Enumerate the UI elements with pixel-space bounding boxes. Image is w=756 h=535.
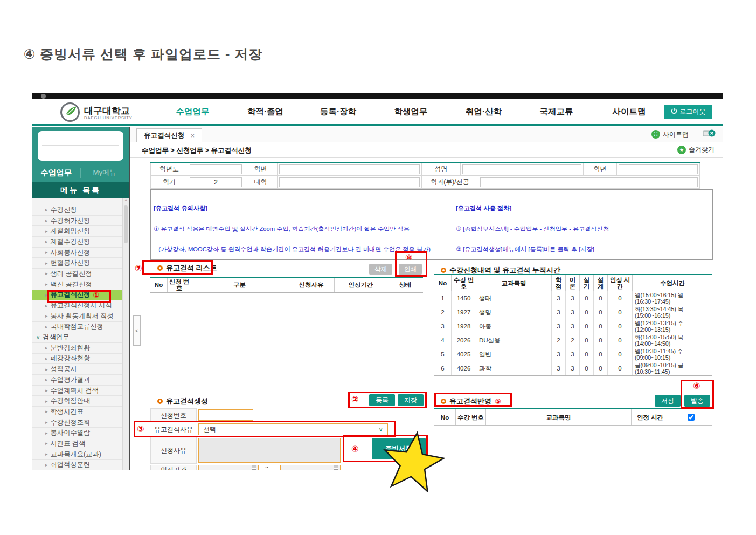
- scroll-up-icon[interactable]: ^: [123, 198, 129, 204]
- menu-list: ▸수강신청 ▸수강허가신청 ▸계절희망신청 ▸계절수강신청 ▸사회봉사신청 ▸헌…: [32, 205, 122, 470]
- favorite-link[interactable]: ★ 즐겨찾기: [677, 145, 715, 154]
- period-label: 인정기간: [150, 465, 197, 470]
- chevron-down-icon: ∨: [36, 334, 40, 340]
- sidebar-scrollbar[interactable]: ^: [122, 198, 129, 470]
- tab-yugo-absence[interactable]: 유고결석신청 ×: [136, 128, 202, 142]
- arrow-right-icon: ▸: [45, 313, 48, 319]
- grade-label: 학년: [584, 163, 617, 175]
- sidebar: 수업업무 My메뉴 메뉴 목록 ▸수강신청 ▸수강허가신청 ▸계절희망신청 ▸계…: [32, 127, 130, 470]
- arrow-right-icon: ▸: [45, 282, 48, 287]
- sidebar-item[interactable]: ▸학생시간표: [32, 407, 122, 417]
- arrow-right-icon: ▸: [45, 250, 48, 255]
- sidebar-item[interactable]: ▸수강신청조회: [32, 417, 122, 428]
- sidebar-item[interactable]: ▸취업적성훈련: [32, 460, 122, 471]
- reason-textarea[interactable]: [198, 438, 341, 463]
- name-input[interactable]: [462, 164, 581, 174]
- collapse-panel-handle[interactable]: <: [133, 315, 141, 346]
- sidebar-item[interactable]: ▸수업계획서 검색: [32, 386, 122, 396]
- nav-records-graduation[interactable]: 학적·졸업: [229, 99, 302, 124]
- arrow-right-icon: ▸: [45, 462, 48, 468]
- dept-input[interactable]: [480, 177, 698, 187]
- arrow-right-icon: ▸: [45, 218, 48, 223]
- logout-button[interactable]: 로그아웃: [664, 105, 712, 119]
- delete-button[interactable]: 삭제: [369, 264, 392, 275]
- sidebar-item[interactable]: ▸폐강강좌현황: [32, 354, 122, 365]
- sidebar-tab-mymenu[interactable]: My메뉴: [81, 168, 129, 177]
- sidebar-item[interactable]: ▸수강허가신청: [32, 216, 122, 227]
- sidebar-item-sugang[interactable]: ▸수강신청: [32, 205, 122, 216]
- college-label: 대학: [244, 176, 278, 188]
- courses-table: No 수강 번호 교과목명 학 점 이 론 실 기 설 계 인정 시간 수업시간…: [434, 274, 712, 376]
- sidebar-item[interactable]: ▸백신 공결신청: [32, 279, 122, 290]
- sidebar-login-box: [38, 131, 123, 161]
- window-panels-icon[interactable]: [703, 129, 716, 140]
- notice-box: [유고결석 유의사항] ① 유고결석 적용은 대면수업 및 실시간 Zoom 수…: [150, 189, 713, 260]
- nav-international[interactable]: 국제교류: [520, 99, 593, 124]
- nav-student-affairs[interactable]: 학생업무: [374, 99, 447, 124]
- nav-registration-scholarship[interactable]: 등록·장학: [302, 99, 374, 124]
- bullet-icon: [157, 265, 163, 271]
- absence-list-table: No 신청 번호 구분 신청사유 인정기간 상태: [150, 277, 423, 293]
- university-logo-icon: [60, 102, 80, 124]
- sidebar-group-search[interactable]: ∨검색업무: [32, 332, 122, 343]
- sidebar-tab-class-affairs[interactable]: 수업업무: [32, 168, 81, 178]
- sidebar-item[interactable]: ▸생리 공결신청: [32, 269, 122, 279]
- reason-type-select[interactable]: 선택 ∨: [198, 423, 388, 435]
- sidebar-item[interactable]: ▸교과목개요(교과): [32, 449, 122, 460]
- apply-no-input[interactable]: [198, 409, 253, 421]
- sidebar-item[interactable]: ▸헌혈봉사신청: [32, 258, 122, 269]
- tilde-separator: ~: [265, 464, 268, 470]
- sidebar-item[interactable]: ▸국내학점교류신청: [32, 322, 122, 333]
- sidebar-item[interactable]: ▸분반강좌현황: [32, 343, 122, 354]
- university-name: 대구대학교: [84, 106, 133, 115]
- sidebar-item[interactable]: ▸수강학점안내: [32, 396, 122, 407]
- print-button[interactable]: 인쇄: [399, 264, 422, 275]
- create-save-button[interactable]: 저장: [398, 394, 424, 406]
- sidebar-item[interactable]: ▸수업평가결과: [32, 375, 122, 386]
- attach-documents-button[interactable]: 증빙서류: [372, 438, 426, 459]
- college-input[interactable]: [279, 177, 420, 187]
- apply-save-button[interactable]: 저장: [655, 395, 681, 407]
- table-row: 21927생명33000화(13:30~14:45) 목(15:00~16:15…: [434, 305, 712, 319]
- grade-input[interactable]: [619, 164, 698, 174]
- annotation-5: ⑤: [495, 397, 501, 406]
- send-button[interactable]: 발송: [684, 395, 710, 407]
- table-row: 54025일반33000월(10:30~11:45) 수(09:00~10:15…: [434, 347, 712, 361]
- period-start-input[interactable]: [198, 465, 259, 470]
- select-all-checkbox[interactable]: [688, 414, 695, 421]
- sidebar-item[interactable]: ▸유고결석신청서 서식: [32, 300, 122, 311]
- nav-career-industry[interactable]: 취업·산학: [447, 99, 520, 124]
- studentno-input[interactable]: [279, 164, 420, 174]
- close-icon[interactable]: ×: [191, 132, 195, 140]
- nav-sitemap[interactable]: 사이트맵: [593, 99, 665, 124]
- nav-class-affairs[interactable]: 수업업무: [156, 99, 229, 124]
- sitemap-link[interactable]: ᎒᎒ 사이트맵: [651, 130, 689, 139]
- arrow-right-icon: ▸: [45, 430, 48, 436]
- bullet-icon: [441, 399, 446, 404]
- arrow-right-icon: ▸: [45, 239, 48, 244]
- sidebar-item[interactable]: ▸봉사이수열람: [32, 428, 122, 438]
- sidebar-item[interactable]: ▸시간표 검색: [32, 438, 122, 449]
- arrow-right-icon: ▸: [45, 451, 48, 457]
- sidebar-item-yugo-absence[interactable]: ▸유고결석신청①: [32, 290, 122, 301]
- annotation-6: ⑥: [693, 382, 700, 390]
- register-button[interactable]: 등록: [369, 394, 395, 406]
- arrow-right-icon: ▸: [45, 324, 48, 330]
- content-tabbar: 유고결석신청 × ᎒᎒ 사이트맵: [130, 127, 723, 142]
- sidebar-item[interactable]: ▸성적공시: [32, 364, 122, 375]
- scroll-thumb[interactable]: [124, 205, 128, 243]
- arrow-right-icon: ▸: [45, 345, 48, 351]
- sidebar-item[interactable]: ▸봉사 활동계획서 작성: [32, 311, 122, 322]
- period-end-input[interactable]: [280, 465, 341, 470]
- sidebar-item[interactable]: ▸사회봉사신청: [32, 248, 122, 258]
- sidebar-item[interactable]: ▸계절수강신청: [32, 237, 122, 248]
- window-dot: [41, 94, 46, 99]
- bullet-icon: [441, 268, 446, 273]
- breadcrumb: 수업업무 > 신청업무 > 유고결석신청: [142, 146, 252, 155]
- year-input[interactable]: [190, 164, 242, 174]
- power-icon: [671, 108, 677, 116]
- year-label: 학년도: [150, 163, 188, 175]
- arrow-right-icon: ▸: [45, 271, 48, 276]
- sidebar-item[interactable]: ▸계절희망신청: [32, 226, 122, 237]
- term-input[interactable]: [190, 177, 242, 187]
